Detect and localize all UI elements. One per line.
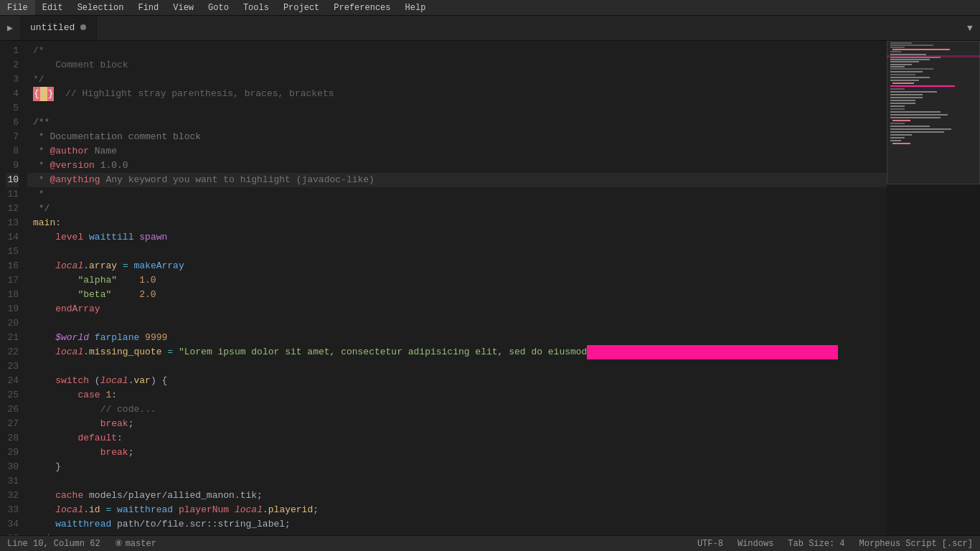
line-num-33: 33 — [6, 503, 19, 517]
tab-label: untitled — [30, 22, 75, 33]
code-line-10: * @anything Any keyword you want to high… — [27, 173, 887, 187]
line-num-32: 32 — [6, 489, 19, 503]
line-num-24: 24 — [6, 374, 19, 388]
line-num-23: 23 — [6, 359, 19, 374]
tab-scroll-left[interactable]: ▶ — [0, 16, 20, 40]
line-num-27: 27 — [6, 417, 19, 431]
code-line-16: local.array = makeArray — [27, 259, 887, 273]
menu-file[interactable]: File — [0, 0, 35, 15]
tab-bar: ▶ untitled ▼ — [0, 16, 980, 41]
line-num-29: 29 — [6, 446, 19, 460]
menu-edit[interactable]: Edit — [35, 0, 70, 15]
code-line-24: switch (local.var) { — [27, 374, 887, 388]
code-line-21: $world farplane 9999 — [27, 331, 887, 345]
code-line-29: break; — [27, 446, 887, 460]
minimap-viewport — [887, 41, 980, 184]
line-numbers: 1 2 3 4 5 6 7 8 9 10 11 12 13 14 15 16 1… — [0, 41, 27, 535]
line-num-11: 11 — [6, 187, 19, 202]
code-line-19: endArray — [27, 302, 887, 316]
menu-goto[interactable]: Goto — [201, 0, 236, 15]
line-num-19: 19 — [6, 302, 19, 316]
code-line-13: main: — [27, 216, 887, 230]
code-line-5 — [27, 101, 887, 116]
status-tab-size[interactable]: Tab Size: 4 — [788, 539, 844, 549]
line-num-16: 16 — [6, 259, 19, 273]
tab-modified-dot — [80, 24, 86, 30]
code-line-4: { } // Highlight stray parenthesis, brac… — [27, 87, 887, 101]
code-line-8: * @author Name — [27, 144, 887, 159]
code-line-34: waitthread path/to/file.scr::string_labe… — [27, 517, 887, 532]
code-line-31 — [27, 474, 887, 489]
status-right: UTF-8 Windows Tab Size: 4 Morpheus Scrip… — [697, 539, 973, 549]
code-line-20 — [27, 316, 887, 331]
status-language[interactable]: Morpheus Script [.scr] — [859, 539, 973, 549]
code-line-9: * @version 1.0.0 — [27, 159, 887, 173]
git-icon: ⑧ — [115, 538, 123, 549]
code-line-28: default: — [27, 431, 887, 446]
line-num-12: 12 — [6, 202, 19, 216]
tab-untitled[interactable]: untitled — [20, 16, 97, 40]
code-line-25: case 1: — [27, 388, 887, 402]
code-line-27: break; — [27, 417, 887, 431]
line-num-10: 10 — [6, 173, 19, 187]
code-line-26: // code... — [27, 402, 887, 417]
code-line-33: local.id = waitthread playerNum local.pl… — [27, 503, 887, 517]
status-position[interactable]: Line 10, Column 62 — [7, 539, 100, 549]
line-num-13: 13 — [6, 216, 19, 230]
line-num-20: 20 — [6, 316, 19, 331]
line-num-5: 5 — [6, 101, 19, 116]
tab-scroll-right[interactable]: ▼ — [960, 16, 980, 40]
code-line-30: } — [27, 460, 887, 474]
line-num-14: 14 — [6, 230, 19, 245]
line-num-2: 2 — [6, 58, 19, 72]
code-line-1: /* — [27, 44, 887, 58]
code-line-14: level waittill spawn — [27, 230, 887, 245]
menu-preferences[interactable]: Preferences — [326, 0, 397, 15]
menu-tools[interactable]: Tools — [236, 0, 276, 15]
line-num-18: 18 — [6, 288, 19, 302]
git-branch: master — [126, 539, 156, 549]
menu-view[interactable]: View — [166, 0, 201, 15]
line-num-28: 28 — [6, 431, 19, 446]
status-position-text: Line 10, Column 62 — [7, 539, 100, 549]
line-num-17: 17 — [6, 273, 19, 288]
code-line-23 — [27, 359, 887, 374]
line-num-25: 25 — [6, 388, 19, 402]
code-line-7: * Documentation comment block — [27, 130, 887, 144]
minimap[interactable] — [887, 41, 980, 535]
line-num-7: 7 — [6, 130, 19, 144]
line-num-30: 30 — [6, 460, 19, 474]
code-line-17: "alpha" 1.0 — [27, 273, 887, 288]
code-line-2: Comment block — [27, 58, 887, 72]
line-num-6: 6 — [6, 116, 19, 130]
code-line-15 — [27, 245, 887, 259]
code-line-18: "beta" 2.0 — [27, 288, 887, 302]
line-num-3: 3 — [6, 72, 19, 87]
line-num-34: 34 — [6, 517, 19, 532]
line-num-31: 31 — [6, 474, 19, 489]
line-num-4: 4 — [6, 87, 19, 101]
menu-find[interactable]: Find — [131, 0, 166, 15]
code-line-12: */ — [27, 202, 887, 216]
code-line-32: cache models/player/allied_manon.tik; — [27, 489, 887, 503]
status-git[interactable]: ⑧ master — [115, 538, 156, 549]
line-num-26: 26 — [6, 402, 19, 417]
line-num-1: 1 — [6, 44, 19, 58]
editor-area: 1 2 3 4 5 6 7 8 9 10 11 12 13 14 15 16 1… — [0, 41, 980, 535]
line-num-15: 15 — [6, 245, 19, 259]
line-num-21: 21 — [6, 331, 19, 345]
status-line-endings[interactable]: Windows — [738, 539, 773, 549]
code-line-6: /** — [27, 116, 887, 130]
menu-project[interactable]: Project — [276, 0, 326, 15]
menu-selection[interactable]: Selection — [70, 0, 131, 15]
code-line-11: * — [27, 187, 887, 202]
line-num-22: 22 — [6, 345, 19, 359]
status-encoding[interactable]: UTF-8 — [697, 539, 723, 549]
menu-help[interactable]: Help — [398, 0, 433, 15]
code-editor[interactable]: /* Comment block */ { } // Highlight str… — [27, 41, 887, 535]
menu-bar: File Edit Selection Find View Goto Tools… — [0, 0, 980, 16]
line-num-8: 8 — [6, 144, 19, 159]
status-bar: Line 10, Column 62 ⑧ master UTF-8 Window… — [0, 535, 980, 551]
code-line-3: */ — [27, 72, 887, 87]
line-num-9: 9 — [6, 159, 19, 173]
